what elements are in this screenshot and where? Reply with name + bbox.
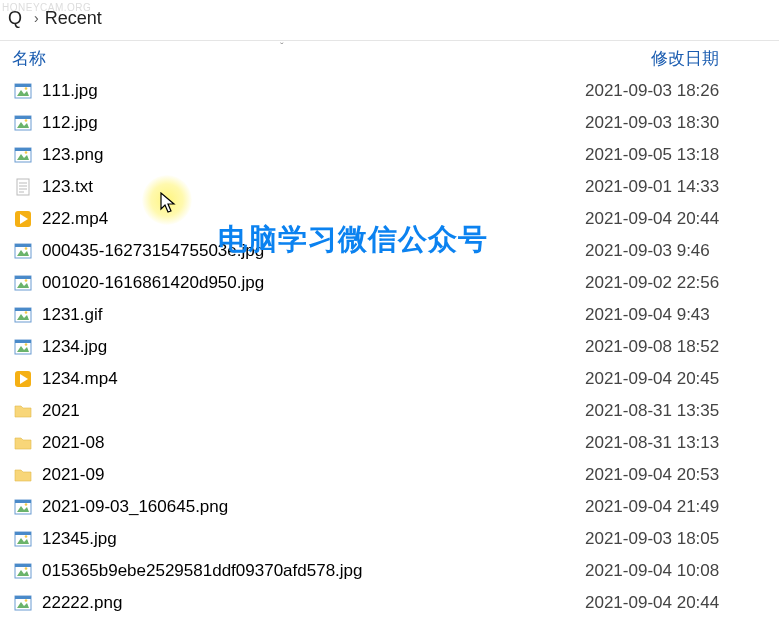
- file-name: 1231.gif: [42, 305, 585, 325]
- svg-rect-38: [15, 500, 31, 503]
- folder-icon: [12, 400, 34, 422]
- svg-point-26: [25, 279, 28, 282]
- file-name: 1234.mp4: [42, 369, 585, 389]
- image-icon: [12, 528, 34, 550]
- file-row[interactable]: 2021-082021-08-31 13:13: [8, 427, 771, 459]
- file-row[interactable]: 112.jpg2021-09-03 18:30: [8, 107, 771, 139]
- image-icon: [12, 496, 34, 518]
- file-row[interactable]: 1234.mp42021-09-04 20:45: [8, 363, 771, 395]
- file-date: 2021-09-04 20:53: [585, 465, 767, 485]
- file-date: 2021-09-04 20:44: [585, 209, 767, 229]
- file-name: 111.jpg: [42, 81, 585, 101]
- svg-rect-20: [15, 244, 31, 247]
- file-row[interactable]: 123.png2021-09-05 13:18: [8, 139, 771, 171]
- file-date: 2021-09-04 10:08: [585, 561, 767, 581]
- file-row[interactable]: 1234.jpg2021-09-08 18:52: [8, 331, 771, 363]
- image-icon: [12, 592, 34, 614]
- file-row[interactable]: 20212021-08-31 13:35: [8, 395, 771, 427]
- file-name: 123.txt: [42, 177, 585, 197]
- image-icon: [12, 336, 34, 358]
- file-name: 2021-08: [42, 433, 585, 453]
- file-date: 2021-09-03 18:05: [585, 529, 767, 549]
- file-name: 000435-1627315475503e.jpg: [42, 241, 585, 261]
- file-row[interactable]: 1231.gif2021-09-04 9:43: [8, 299, 771, 331]
- folder-icon: [12, 464, 34, 486]
- svg-point-44: [25, 535, 28, 538]
- svg-rect-1: [15, 84, 31, 87]
- file-name: 1234.jpg: [42, 337, 585, 357]
- watermark-corner: HONEYCAM.ORG: [2, 2, 91, 13]
- svg-point-34: [25, 343, 28, 346]
- svg-point-7: [25, 119, 28, 122]
- file-row[interactable]: 123.txt2021-09-01 14:33: [8, 171, 771, 203]
- file-name: 123.png: [42, 145, 585, 165]
- file-name: 001020-1616861420d950.jpg: [42, 273, 585, 293]
- file-date: 2021-08-31 13:13: [585, 433, 767, 453]
- file-name: 015365b9ebe2529581ddf09370afd578.jpg: [42, 561, 585, 581]
- file-date: 2021-09-05 13:18: [585, 145, 767, 165]
- file-date: 2021-09-03 9:46: [585, 241, 767, 261]
- file-date: 2021-09-08 18:52: [585, 337, 767, 357]
- column-headers[interactable]: 名称 ˇ 修改日期: [0, 41, 779, 75]
- file-row[interactable]: 111.jpg2021-09-03 18:26: [8, 75, 771, 107]
- header-name[interactable]: 名称: [12, 47, 292, 70]
- file-name: 12345.jpg: [42, 529, 585, 549]
- svg-rect-28: [15, 308, 31, 311]
- image-icon: [12, 144, 34, 166]
- file-row[interactable]: 22222.png2021-09-04 20:44: [8, 587, 771, 617]
- file-date: 2021-09-04 20:44: [585, 593, 767, 613]
- file-row[interactable]: 015365b9ebe2529581ddf09370afd578.jpg2021…: [8, 555, 771, 587]
- svg-point-11: [25, 151, 28, 154]
- image-icon: [12, 80, 34, 102]
- svg-rect-46: [15, 564, 31, 567]
- svg-point-22: [25, 247, 28, 250]
- file-row[interactable]: 000435-1627315475503e.jpg2021-09-03 9:46: [8, 235, 771, 267]
- file-date: 2021-09-04 20:45: [585, 369, 767, 389]
- file-list: 111.jpg2021-09-03 18:26112.jpg2021-09-03…: [0, 75, 779, 617]
- video-icon: [12, 368, 34, 390]
- svg-rect-9: [15, 148, 31, 151]
- image-icon: [12, 560, 34, 582]
- file-date: 2021-09-03 18:30: [585, 113, 767, 133]
- svg-point-52: [25, 599, 28, 602]
- file-date: 2021-08-31 13:35: [585, 401, 767, 421]
- file-date: 2021-09-03 18:26: [585, 81, 767, 101]
- breadcrumb[interactable]: Q › Recent: [0, 0, 779, 36]
- file-date: 2021-09-04 9:43: [585, 305, 767, 325]
- svg-rect-5: [15, 116, 31, 119]
- svg-rect-12: [17, 179, 29, 195]
- file-date: 2021-09-01 14:33: [585, 177, 767, 197]
- file-row[interactable]: 12345.jpg2021-09-03 18:05: [8, 523, 771, 555]
- file-row[interactable]: 2021-092021-09-04 20:53: [8, 459, 771, 491]
- svg-point-30: [25, 311, 28, 314]
- image-icon: [12, 112, 34, 134]
- file-row[interactable]: 001020-1616861420d950.jpg2021-09-02 22:5…: [8, 267, 771, 299]
- file-name: 2021-09-03_160645.png: [42, 497, 585, 517]
- file-name: 112.jpg: [42, 113, 585, 133]
- header-modified[interactable]: 修改日期: [651, 47, 767, 70]
- text-icon: [12, 176, 34, 198]
- file-name: 2021-09: [42, 465, 585, 485]
- svg-point-48: [25, 567, 28, 570]
- sort-indicator-icon: ˇ: [280, 41, 284, 53]
- svg-point-3: [25, 87, 28, 90]
- image-icon: [12, 304, 34, 326]
- image-icon: [12, 272, 34, 294]
- file-date: 2021-09-02 22:56: [585, 273, 767, 293]
- file-name: 2021: [42, 401, 585, 421]
- svg-point-40: [25, 503, 28, 506]
- image-icon: [12, 240, 34, 262]
- svg-rect-50: [15, 596, 31, 599]
- file-name: 222.mp4: [42, 209, 585, 229]
- file-name: 22222.png: [42, 593, 585, 613]
- file-row[interactable]: 2021-09-03_160645.png2021-09-04 21:49: [8, 491, 771, 523]
- file-row[interactable]: 222.mp42021-09-04 20:44: [8, 203, 771, 235]
- video-icon: [12, 208, 34, 230]
- svg-rect-24: [15, 276, 31, 279]
- folder-icon: [12, 432, 34, 454]
- file-date: 2021-09-04 21:49: [585, 497, 767, 517]
- svg-rect-32: [15, 340, 31, 343]
- svg-rect-42: [15, 532, 31, 535]
